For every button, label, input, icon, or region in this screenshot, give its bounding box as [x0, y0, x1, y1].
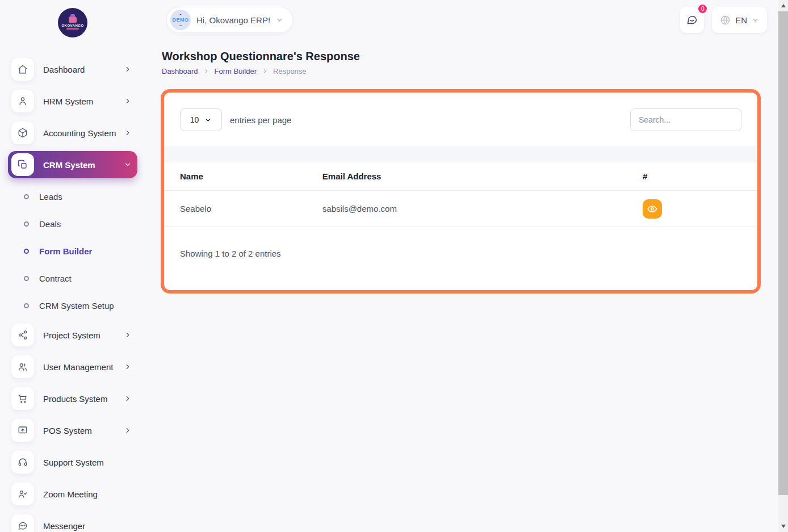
scrollbar-up-arrow[interactable]	[778, 1, 788, 10]
sidebar-item-label: Support System	[43, 458, 132, 467]
sidebar-item-hrm-system[interactable]: HRM System	[8, 87, 137, 115]
sidebar-item-accounting-system[interactable]: Accounting System	[8, 119, 137, 146]
sidebar-item-label: User Management	[43, 362, 124, 372]
scrollbar-down-arrow[interactable]	[778, 522, 788, 531]
breadcrumb-separator-icon	[203, 68, 209, 74]
page-title: Workshop Questionnare's Response	[162, 50, 778, 63]
chevron-down-icon	[752, 16, 759, 24]
sidebar-item-label: CRM System	[43, 160, 124, 170]
vertical-scrollbar[interactable]	[778, 0, 788, 532]
sidebar-item-messenger[interactable]: Messenger	[8, 512, 137, 532]
chevron-right-icon	[124, 97, 132, 105]
pos-icon	[11, 419, 34, 442]
search-input[interactable]	[630, 108, 741, 131]
globe-icon	[720, 15, 731, 26]
demo-chevron-up-icon: ⌃	[178, 14, 183, 18]
sidebar-item-project-system[interactable]: Project System	[8, 321, 137, 349]
breadcrumb-link-dashboard[interactable]: Dashboard	[162, 67, 198, 76]
sidebar-item-label: Accounting System	[43, 128, 124, 138]
view-response-button[interactable]	[643, 199, 662, 219]
chevron-right-icon	[124, 129, 132, 137]
page-header: Workshop Questionnare's Response Dashboa…	[148, 33, 778, 76]
language-label: EN	[735, 15, 747, 25]
table-header-strip	[164, 146, 757, 162]
chevron-right-icon	[124, 426, 132, 434]
subitem-label: Contract	[39, 274, 72, 283]
cell-email: sabsils@demo.com	[307, 204, 627, 213]
user-icon	[11, 90, 34, 112]
chevron-right-icon	[124, 363, 132, 371]
cell-actions	[627, 199, 757, 219]
sidebar-item-products-system[interactable]: Products System	[8, 385, 137, 412]
breadcrumb-separator-icon	[262, 68, 268, 74]
messages-button[interactable]: 0	[680, 7, 704, 33]
main-content: ⌃ DEMO ⌄ Hi, Okovango ERP! 0 EN Workshop…	[148, 0, 778, 532]
breadcrumb-current: Response	[273, 67, 307, 76]
entries-per-page-label: entries per page	[230, 115, 291, 125]
copy-icon	[11, 153, 34, 176]
user-menu-chip[interactable]: ⌃ DEMO ⌄ Hi, Okovango ERP!	[166, 7, 293, 33]
breadcrumb: Dashboard Form Builder Response	[162, 67, 778, 76]
column-header-actions: #	[627, 171, 757, 181]
sidebar-subitem-leads[interactable]: Leads	[8, 183, 137, 210]
entries-select-value: 10	[190, 115, 199, 124]
cube-icon	[11, 122, 34, 144]
app-logo[interactable]: OKOVANGO	[8, 8, 137, 37]
sidebar-item-dashboard[interactable]: Dashboard	[8, 56, 137, 83]
sidebar: OKOVANGO Dashboard HRM System Accounting…	[0, 0, 148, 532]
sidebar-subitem-form-builder[interactable]: Form Builder	[8, 237, 137, 265]
hippo-logo-icon	[69, 16, 77, 23]
logo-subtitle-mark	[66, 28, 79, 30]
sidebar-item-pos-system[interactable]: POS System	[8, 417, 137, 444]
demo-avatar: ⌃ DEMO ⌄	[170, 10, 191, 30]
sidebar-subitem-deals[interactable]: Deals	[8, 210, 137, 237]
sidebar-item-crm-system[interactable]: CRM System	[8, 151, 137, 178]
sidebar-item-user-management[interactable]: User Management	[8, 353, 137, 380]
chevron-down-icon	[276, 16, 283, 24]
demo-label: DEMO	[173, 18, 189, 23]
notification-badge: 0	[697, 3, 708, 14]
bullet-icon	[24, 194, 29, 199]
sidebar-item-support-system[interactable]: Support System	[8, 449, 137, 476]
subitem-label: CRM System Setup	[39, 301, 114, 311]
logo-text: OKOVANGO	[61, 24, 83, 27]
greeting-label: Hi, Okovango ERP!	[196, 15, 270, 25]
response-table: Name Email Address # Seabelo sabsils@dem…	[164, 162, 757, 227]
entries-control: 10 entries per page	[180, 108, 291, 131]
sidebar-item-label: Project System	[43, 330, 124, 340]
scrollbar-thumb[interactable]	[778, 11, 788, 495]
column-header-email: Email Address	[307, 171, 627, 181]
bullet-icon	[24, 303, 29, 308]
column-header-name: Name	[164, 171, 307, 181]
cart-icon	[11, 387, 34, 410]
sidebar-item-zoom-meeting[interactable]: Zoom Meeting	[8, 480, 137, 508]
table-row: Seabelo sabsils@demo.com	[164, 191, 757, 227]
breadcrumb-link-form-builder[interactable]: Form Builder	[215, 67, 257, 76]
language-selector[interactable]: EN	[712, 7, 767, 33]
chevron-right-icon	[124, 395, 132, 403]
sidebar-subitem-crm-system-setup[interactable]: CRM System Setup	[8, 292, 137, 319]
chevron-down-icon	[204, 116, 212, 124]
topbar-actions: 0 EN	[680, 7, 767, 33]
chevron-down-icon	[124, 161, 132, 169]
chevron-right-icon	[124, 331, 132, 339]
logo-circle: OKOVANGO	[58, 8, 87, 37]
sidebar-item-label: POS System	[43, 426, 124, 435]
sidebar-item-label: Zoom Meeting	[43, 489, 132, 499]
table-controls: 10 entries per page	[164, 93, 757, 131]
chevron-right-icon	[124, 65, 132, 73]
demo-chevron-down-icon: ⌄	[178, 23, 183, 27]
subitem-label: Deals	[39, 219, 61, 229]
sidebar-item-label: Products System	[43, 394, 124, 404]
users-icon	[11, 355, 34, 378]
user-check-icon	[11, 483, 34, 505]
sidebar-subitem-contract[interactable]: Contract	[8, 265, 137, 292]
share-icon	[11, 324, 34, 346]
entries-per-page-select[interactable]: 10	[180, 108, 222, 131]
response-table-card: 10 entries per page Name Email Address #…	[161, 89, 761, 294]
bullet-icon	[24, 249, 29, 254]
headset-icon	[11, 451, 34, 474]
bullet-icon	[24, 221, 29, 227]
home-icon	[11, 58, 34, 81]
table-header-row: Name Email Address #	[164, 162, 757, 191]
